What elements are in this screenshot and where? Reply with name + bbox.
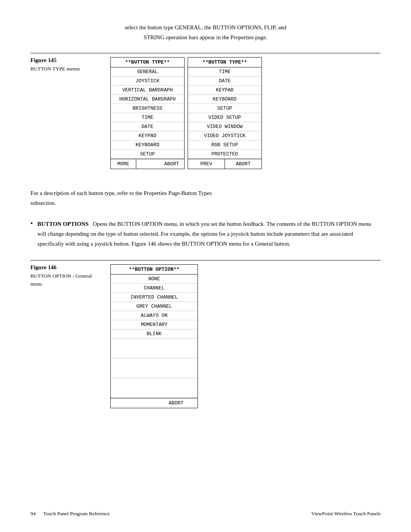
empty-row-1 bbox=[111, 339, 198, 358]
list-item: TIME bbox=[188, 67, 261, 77]
list-item: KEYPAD bbox=[188, 86, 261, 95]
empty-row-2 bbox=[111, 358, 198, 378]
list-item: PROTECTED bbox=[188, 150, 261, 159]
intro-line1: select the button type GENERAL, the BUTT… bbox=[30, 23, 381, 33]
footer-right-text: ViewPoint Wireless Touch Panels bbox=[311, 511, 381, 517]
abort-button-146[interactable]: ABORT bbox=[155, 398, 198, 408]
bullet-term: BUTTON OPTIONS bbox=[37, 221, 88, 227]
figure-145-section: Figure 145 BUTTON TYPE menus **BUTTON TY… bbox=[30, 53, 381, 169]
abort-button-left[interactable]: ABORT bbox=[159, 159, 184, 169]
list-item: HORIZONTAL BARGRAPH bbox=[111, 95, 184, 104]
page: select the button type GENERAL, the BUTT… bbox=[0, 0, 411, 532]
prev-button[interactable]: PREV bbox=[188, 159, 225, 169]
figure-146-label-col: Figure 146 BUTTON OPTION - General menu bbox=[30, 264, 110, 288]
list-item: INVERTED CHANNEL bbox=[111, 293, 198, 302]
figure-145-menus: **BUTTON TYPE** GENERAL JOYSTICK VERTICA… bbox=[110, 57, 381, 169]
more-button[interactable]: MORE bbox=[111, 159, 136, 169]
button-type-menu-right: **BUTTON TYPE** TIME DATE KEYPAD KEYBOAR… bbox=[188, 57, 262, 169]
button-type-menu-left: **BUTTON TYPE** GENERAL JOYSTICK VERTICA… bbox=[110, 57, 185, 169]
list-item: KEYPAD bbox=[111, 131, 184, 141]
list-item: BLINK bbox=[111, 329, 198, 339]
list-item: BRIGHTNESS bbox=[111, 104, 184, 113]
list-item: CHANNEL bbox=[111, 284, 198, 293]
button-option-footer: ABORT bbox=[111, 398, 198, 408]
list-item: VIDEO SETUP bbox=[188, 113, 261, 122]
list-item: MOMENTARY bbox=[111, 320, 198, 329]
figure-146-caption-line2: menu bbox=[30, 280, 104, 288]
list-item: DATE bbox=[111, 122, 184, 131]
menu-left-footer: MORE ABORT bbox=[111, 159, 184, 169]
abort-button-right[interactable]: ABORT bbox=[225, 159, 261, 169]
list-item: SETUP bbox=[188, 104, 261, 113]
bullet-text: BUTTON OPTIONS Opens the BUTTON OPTION m… bbox=[37, 219, 381, 249]
figure-146-label: Figure 146 bbox=[30, 264, 104, 271]
list-item: KEYBOARD bbox=[188, 95, 261, 104]
figure-145-caption: BUTTON TYPE menus bbox=[30, 65, 104, 73]
button-option-header: **BUTTON OPTION** bbox=[111, 265, 198, 275]
bullet-section: • BUTTON OPTIONS Opens the BUTTON OPTION… bbox=[30, 219, 381, 249]
list-item: VERTICAL BARGRAPH bbox=[111, 86, 184, 95]
figure-145-label-col: Figure 145 BUTTON TYPE menus bbox=[30, 57, 110, 73]
middle-text: For a description of each button type, r… bbox=[30, 188, 381, 208]
list-item: GENERAL bbox=[111, 67, 184, 77]
list-item: ALWAYS ON bbox=[111, 311, 198, 320]
intro-text: select the button type GENERAL, the BUTT… bbox=[30, 23, 381, 42]
list-item: KEYBOARD bbox=[111, 141, 184, 150]
list-item: DATE bbox=[188, 77, 261, 86]
page-footer: 94 Touch Panel Program Reference ViewPoi… bbox=[30, 511, 381, 517]
figure-146-caption-line1: BUTTON OPTION - General bbox=[30, 272, 104, 280]
intro-line2: STRING operation bars appear in the Prop… bbox=[30, 33, 381, 43]
menu-right-header: **BUTTON TYPE** bbox=[188, 58, 261, 67]
footer-left-text: Touch Panel Program Reference bbox=[43, 511, 110, 516]
footer-left: 94 Touch Panel Program Reference bbox=[30, 511, 110, 517]
list-item: GREY CHANNEL bbox=[111, 302, 198, 311]
menu-left-header: **BUTTON TYPE** bbox=[111, 58, 184, 67]
figure-146-section: Figure 146 BUTTON OPTION - General menu … bbox=[30, 260, 381, 408]
middle-line2: subsection. bbox=[30, 200, 56, 206]
list-item: VIDEO JOYSTICK bbox=[188, 131, 261, 141]
empty-row-3 bbox=[111, 378, 198, 398]
bullet-icon: • bbox=[30, 220, 33, 228]
list-item: TIME bbox=[111, 113, 184, 122]
list-item: VIDEO WINDOW bbox=[188, 122, 261, 131]
button-option-menu: **BUTTON OPTION** NONE CHANNEL INVERTED … bbox=[110, 264, 198, 408]
list-item: RGB SETUP bbox=[188, 141, 261, 150]
list-item: NONE bbox=[111, 275, 198, 284]
menu-right-footer: PREV ABORT bbox=[188, 159, 261, 169]
list-item: SETUP bbox=[111, 150, 184, 159]
list-item: JOYSTICK bbox=[111, 77, 184, 86]
page-number: 94 bbox=[30, 511, 36, 516]
middle-line1: For a description of each button type, r… bbox=[30, 190, 212, 196]
figure-146-menu-wrapper: **BUTTON OPTION** NONE CHANNEL INVERTED … bbox=[110, 264, 198, 408]
figure-145-label: Figure 145 bbox=[30, 57, 104, 64]
